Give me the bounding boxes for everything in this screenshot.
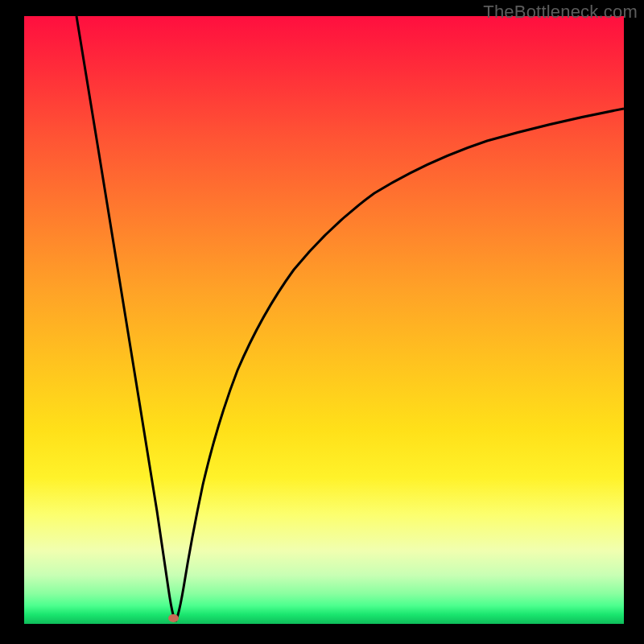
watermark-text: TheBottleneck.com — [483, 2, 638, 23]
chart-frame: TheBottleneck.com — [0, 0, 644, 644]
min-point-marker — [168, 614, 179, 622]
plot-area — [24, 16, 624, 624]
curve-right-branch — [175, 109, 624, 621]
curve-left-branch — [76, 16, 175, 621]
bottleneck-curve — [24, 16, 624, 624]
